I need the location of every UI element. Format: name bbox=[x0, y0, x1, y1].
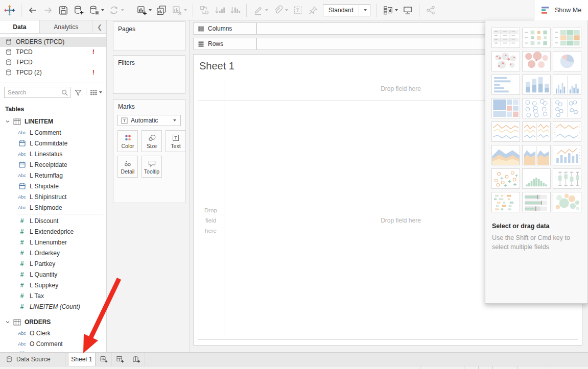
detail-button[interactable]: Detail bbox=[117, 156, 138, 178]
field-item[interactable]: AbcL Shipinstruct bbox=[0, 191, 106, 202]
field-item[interactable]: #L Linenumber bbox=[0, 237, 106, 248]
chevron-down-icon[interactable] bbox=[359, 5, 370, 16]
field-item[interactable]: AbcL Comment bbox=[0, 127, 106, 138]
save-button[interactable] bbox=[56, 3, 71, 17]
field-item[interactable]: AbcL Returnflag bbox=[0, 170, 106, 181]
field-item[interactable]: AbcL Linestatus bbox=[0, 149, 106, 159]
showme-bullet-graph[interactable] bbox=[522, 192, 551, 212]
new-dashboard-tab-button[interactable] bbox=[112, 353, 128, 366]
field-item[interactable]: L Shipdate bbox=[0, 181, 106, 191]
toolbar: Standard Show Me bbox=[0, 0, 588, 20]
field-item[interactable]: AbcL Shipmode bbox=[0, 202, 106, 213]
field-item[interactable]: #L Quantity bbox=[0, 269, 106, 280]
filters-shelf[interactable]: Filters bbox=[113, 55, 185, 94]
tab-analytics[interactable]: Analytics bbox=[40, 20, 93, 33]
field-list: LINEITEMAbcL CommentL CommitdateAbcL Lin… bbox=[0, 116, 106, 352]
field-item[interactable]: #L Orderkey bbox=[0, 248, 106, 258]
field-item[interactable]: #LINEITEM (Count) bbox=[0, 301, 106, 312]
field-item[interactable]: #L Partkey bbox=[0, 258, 106, 269]
mark-type-dropdown[interactable]: Automatic bbox=[117, 115, 181, 126]
tooltip-button[interactable]: Tooltip bbox=[142, 156, 162, 178]
string-type-icon: Abc bbox=[18, 341, 26, 347]
showme-stacked-bars[interactable] bbox=[522, 75, 551, 95]
showme-area-discrete[interactable] bbox=[522, 145, 551, 165]
showme-symbol-map[interactable] bbox=[491, 51, 520, 71]
showme-side-by-side-circles[interactable] bbox=[553, 98, 581, 118]
datasource-name: TPCD bbox=[16, 59, 33, 66]
showme-gantt[interactable] bbox=[491, 192, 520, 212]
undo-arrow-button[interactable] bbox=[25, 3, 40, 17]
clear-sheet-button bbox=[169, 3, 189, 17]
new-worksheet-tab-button[interactable] bbox=[96, 353, 112, 366]
sheet1-tab[interactable]: Sheet 1 bbox=[68, 353, 96, 366]
data-source-tab[interactable]: Data Source bbox=[0, 353, 65, 366]
showme-heat-map[interactable] bbox=[553, 28, 581, 48]
showme-lines-discrete[interactable] bbox=[522, 121, 551, 142]
showme-highlight-table[interactable] bbox=[522, 28, 551, 48]
datasource-name: TPCD bbox=[16, 48, 33, 56]
collapse-pane-icon[interactable]: ❮ bbox=[93, 20, 106, 33]
drop-zone-rows-line: here bbox=[204, 226, 217, 236]
showme-area-continuous[interactable] bbox=[491, 145, 520, 165]
field-item[interactable]: #L Suppkey bbox=[0, 280, 106, 290]
field-item[interactable]: AbcO Clerk bbox=[0, 328, 106, 338]
showme-pie-chart[interactable] bbox=[553, 51, 581, 71]
pages-shelf[interactable]: Pages bbox=[113, 21, 185, 51]
field-item[interactable]: #L Tax bbox=[0, 290, 106, 301]
drop-zone-rows[interactable]: Drop field here bbox=[198, 101, 224, 340]
table-header-lineitem[interactable]: LINEITEM bbox=[0, 116, 106, 127]
pause-auto-updates-button[interactable] bbox=[86, 3, 106, 17]
view-options-icon[interactable] bbox=[89, 88, 103, 97]
search-row bbox=[0, 83, 106, 101]
date-type-icon bbox=[18, 182, 26, 190]
showme-lines-continuous[interactable] bbox=[491, 121, 520, 142]
field-item[interactable]: L Receiptdate bbox=[0, 159, 106, 170]
new-story-tab-button[interactable] bbox=[128, 353, 145, 366]
new-data-source-button[interactable] bbox=[71, 3, 86, 17]
field-item[interactable]: L Commitdate bbox=[0, 138, 106, 149]
showme-text-table[interactable] bbox=[491, 28, 520, 48]
tab-data[interactable]: Data bbox=[0, 20, 40, 33]
tooltip-icon bbox=[148, 159, 156, 167]
datasource-item[interactable]: TPCD (2)! bbox=[0, 67, 106, 78]
fit-selector-dropdown[interactable]: Standard bbox=[323, 4, 370, 16]
new-worksheet-button[interactable] bbox=[134, 3, 154, 17]
table-header-orders[interactable]: ORDERS bbox=[0, 316, 106, 328]
field-item[interactable]: AbcO Comment bbox=[0, 338, 106, 349]
showme-packed-bubbles[interactable] bbox=[553, 192, 581, 212]
search-input[interactable] bbox=[5, 87, 70, 97]
table-name: LINEITEM bbox=[25, 118, 53, 125]
filter-fields-icon[interactable] bbox=[73, 88, 83, 97]
showme-side-by-side-bars[interactable] bbox=[553, 75, 581, 95]
datasource-item[interactable]: ORDERS (TPCD) bbox=[0, 37, 106, 47]
showme-circle-views[interactable] bbox=[522, 98, 551, 118]
presentation-mode-button[interactable] bbox=[400, 3, 415, 17]
showme-treemap[interactable] bbox=[491, 98, 520, 118]
field-name: L Shipinstruct bbox=[30, 193, 66, 201]
chevron-down-icon bbox=[395, 9, 398, 11]
datasource-item[interactable]: TPCD bbox=[0, 57, 106, 67]
size-button[interactable]: Size bbox=[142, 130, 162, 152]
field-item[interactable]: #L Discount bbox=[0, 215, 106, 226]
showme-dual-combination[interactable] bbox=[553, 145, 581, 165]
showme-filled-map[interactable] bbox=[522, 51, 551, 71]
showme-scatter-plot[interactable] bbox=[491, 168, 520, 189]
marks-label: Marks bbox=[113, 100, 185, 110]
show-hide-cards-button[interactable] bbox=[380, 3, 400, 17]
date-type-icon bbox=[18, 139, 26, 147]
show-me-button[interactable]: Show Me bbox=[534, 0, 588, 20]
tableau-logo-button[interactable] bbox=[2, 3, 17, 17]
showme-horizontal-bars[interactable] bbox=[491, 75, 520, 95]
text-button[interactable]: Text bbox=[166, 130, 186, 152]
datasource-item[interactable]: TPCD! bbox=[0, 47, 106, 57]
tooltip-label: Tooltip bbox=[144, 168, 159, 175]
new-dashboard-icon bbox=[116, 355, 124, 363]
showme-dual-lines[interactable] bbox=[553, 121, 581, 142]
field-item[interactable]: #L Extendedprice bbox=[0, 226, 106, 237]
tableau-window: Standard Show Me Data Analytics ❮ ORDERS… bbox=[0, 0, 588, 369]
showme-histogram[interactable] bbox=[522, 168, 551, 189]
duplicate-sheet-button[interactable] bbox=[154, 3, 169, 17]
color-button[interactable]: Color bbox=[117, 130, 138, 152]
field-name: L Suppkey bbox=[30, 282, 58, 289]
showme-box-and-whisker[interactable] bbox=[553, 168, 581, 189]
